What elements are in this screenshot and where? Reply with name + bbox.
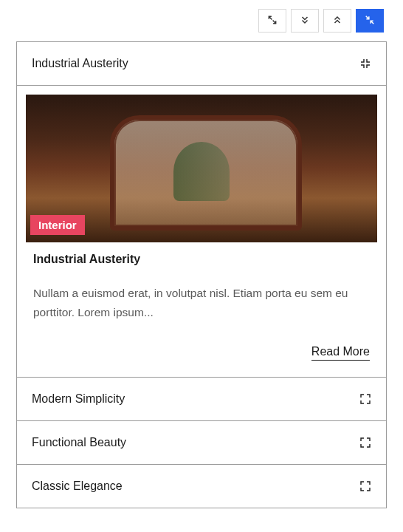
expand-icon [359,437,371,449]
accordion: Industrial Austerity Interior Industrial… [16,41,387,508]
card-content: Industrial Austerity Nullam a euismod er… [26,242,377,368]
collapse-icon [359,58,371,69]
read-more-link[interactable]: Read More [311,345,370,361]
expand-fullscreen-icon [267,15,278,27]
accordion-body: Interior Industrial Austerity Nullam a e… [17,85,386,377]
chevron-double-up-icon [332,15,342,27]
collapse-all-button[interactable] [356,9,384,33]
expand-all-button[interactable] [258,9,286,33]
accordion-header[interactable]: Classic Elegance [17,465,386,508]
card-excerpt: Nullam a euismod erat, in volutpat nisl.… [33,284,370,323]
scroll-down-button[interactable] [291,9,319,33]
chevron-double-down-icon [300,15,310,27]
accordion-item: Functional Beauty [17,421,386,465]
accordion-item-title: Industrial Austerity [32,57,128,70]
accordion-item-title: Functional Beauty [32,436,126,449]
accordion-item-title: Classic Elegance [32,480,123,493]
accordion-item-title: Modern Simplicity [32,392,125,406]
card-readmore-row: Read More [33,345,370,361]
accordion-widget-container: Industrial Austerity Interior Industrial… [0,0,403,517]
accordion-item: Classic Elegance [17,465,386,508]
card-image: Interior [26,95,377,242]
accordion-header[interactable]: Industrial Austerity [17,42,386,85]
collapse-fullscreen-icon [365,15,375,27]
card-title: Industrial Austerity [33,253,370,266]
accordion-toolbar [16,9,387,33]
accordion-item: Modern Simplicity [17,378,386,421]
accordion-header[interactable]: Modern Simplicity [17,378,386,420]
expand-icon [359,393,371,405]
category-badge[interactable]: Interior [30,215,85,235]
accordion-header[interactable]: Functional Beauty [17,421,386,464]
accordion-item: Industrial Austerity Interior Industrial… [17,42,386,378]
scroll-up-button[interactable] [323,9,351,33]
expand-icon [359,480,371,492]
